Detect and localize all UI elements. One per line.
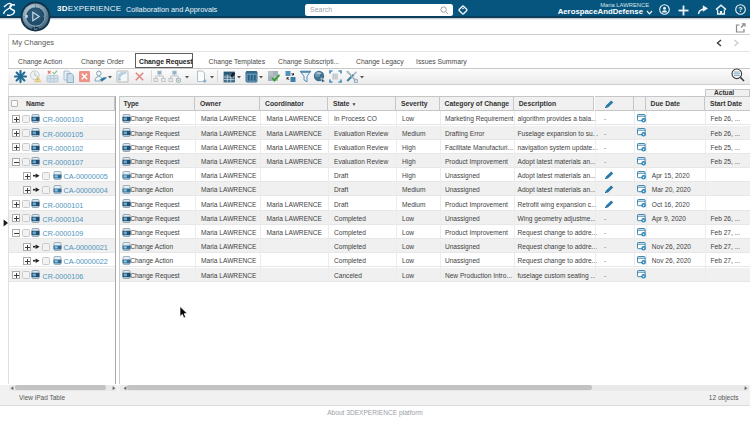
svg-text:6.x: 6.x xyxy=(34,27,38,31)
svg-text:?: ? xyxy=(738,6,742,13)
